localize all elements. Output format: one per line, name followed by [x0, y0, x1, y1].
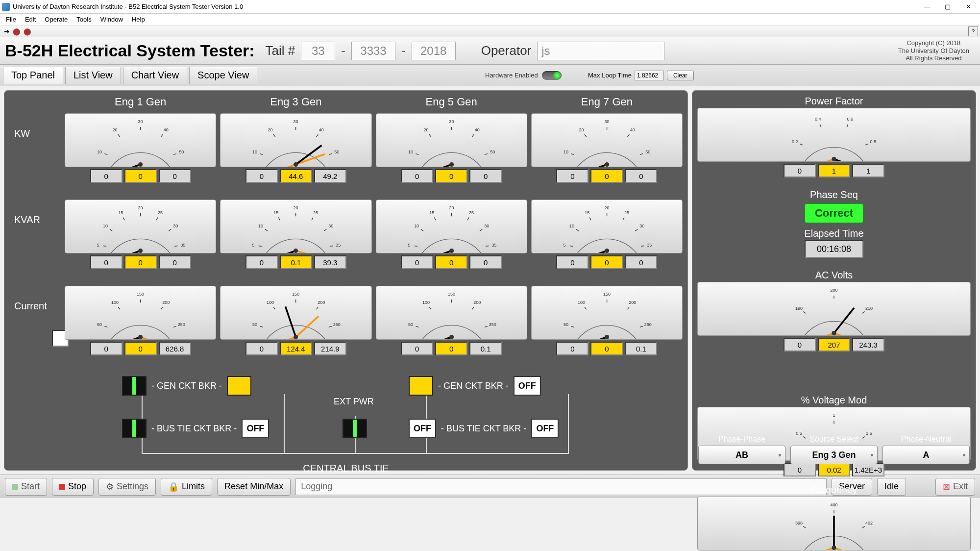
tail-input-1[interactable]: [301, 42, 335, 60]
svg-text:15: 15: [585, 210, 589, 215]
svg-line-282: [862, 526, 865, 528]
source-select[interactable]: Eng 3 Gen: [790, 446, 878, 464]
svg-text:35: 35: [647, 243, 652, 248]
svg-text:50: 50: [564, 322, 568, 327]
svg-text:20: 20: [579, 127, 584, 132]
svg-line-246: [834, 159, 864, 162]
svg-line-52: [421, 165, 451, 167]
svg-text:10: 10: [97, 150, 102, 154]
bus1-tie-bkr-indicator[interactable]: [122, 419, 147, 438]
gen5-ckt-bkr-indicator[interactable]: [409, 376, 433, 396]
menu-window[interactable]: Window: [97, 15, 127, 24]
svg-text:40: 40: [319, 127, 324, 132]
ext-pwr-indicator[interactable]: [343, 419, 367, 438]
menu-operate[interactable]: Operate: [41, 15, 72, 24]
voltage-mod-title: % Voltage Mod: [697, 395, 971, 406]
svg-text:30: 30: [173, 224, 178, 228]
svg-text:5: 5: [563, 243, 565, 248]
kw-gen1: 0102030405060 0 44.6 49.2: [220, 113, 371, 197]
svg-text:20: 20: [423, 127, 428, 132]
svg-text:100: 100: [422, 300, 429, 305]
ext-pwr-label: EXT PWR: [334, 397, 374, 407]
svg-text:25: 25: [468, 210, 473, 215]
svg-line-236: [820, 125, 821, 127]
menu-edit[interactable]: Edit: [21, 15, 40, 24]
kvar-gen2-cur: 0: [435, 255, 467, 269]
svg-text:0.6: 0.6: [847, 117, 853, 122]
settings-button[interactable]: ⚙Settings: [98, 478, 156, 496]
svg-text:50: 50: [490, 150, 495, 154]
svg-line-16: [110, 165, 141, 167]
svg-text:50: 50: [97, 322, 102, 327]
close-button[interactable]: ✕: [958, 1, 978, 12]
pause-icon[interactable]: ⬤: [24, 27, 31, 35]
bus-tie-label-right: - BUS TIE CKT BKR -: [441, 424, 526, 434]
help-icon[interactable]: ?: [968, 26, 978, 36]
svg-line-204: [472, 307, 474, 309]
kw-gen2-gauge: 0102030405060: [376, 113, 527, 167]
reset-button[interactable]: Reset Min/Max: [217, 478, 291, 496]
tail-label: Tail #: [266, 43, 295, 58]
bus7-tie-off[interactable]: OFF: [531, 419, 559, 438]
svg-point-213: [449, 335, 454, 339]
bus5-tie-off[interactable]: OFF: [409, 419, 436, 438]
menu-file[interactable]: File: [2, 15, 20, 24]
phase-neutral-label: Phase-Neutral: [882, 435, 970, 444]
svg-line-198: [416, 326, 418, 327]
svg-text:100: 100: [267, 300, 274, 305]
svg-line-148: [623, 218, 624, 221]
menu-help[interactable]: Help: [128, 15, 149, 24]
current-gen2-max: 0.1: [469, 342, 502, 355]
menubar: File Edit Operate Tools Window Help: [0, 14, 980, 25]
start-button[interactable]: Start: [5, 478, 47, 496]
svg-point-247: [832, 157, 836, 161]
menu-tools[interactable]: Tools: [73, 15, 95, 24]
run-arrow-icon[interactable]: ➔: [4, 27, 10, 35]
svg-text:10: 10: [408, 150, 413, 154]
svg-line-126: [467, 218, 469, 221]
tab-chart-view[interactable]: Chart View: [123, 67, 187, 84]
svg-text:0.4: 0.4: [815, 117, 821, 122]
svg-line-128: [480, 229, 482, 231]
phase-phase-select[interactable]: AB: [698, 446, 785, 464]
abort-icon[interactable]: ⬤: [13, 27, 21, 35]
maximize-button[interactable]: ▢: [938, 1, 957, 12]
hardware-enabled-toggle[interactable]: [542, 71, 562, 80]
svg-line-28: [329, 154, 332, 155]
svg-line-4: [118, 134, 120, 137]
tab-list-view[interactable]: List View: [65, 67, 121, 84]
gen7-ckt-bkr-off[interactable]: OFF: [514, 376, 541, 396]
current-gen1-gauge: 050100150200250300: [220, 286, 371, 340]
minimize-button[interactable]: —: [917, 1, 937, 12]
kvar-gen2-max: 0: [469, 255, 502, 269]
svg-point-195: [294, 335, 298, 339]
stop-button[interactable]: Stop: [52, 478, 94, 496]
phase-neutral-select[interactable]: A: [882, 446, 970, 464]
svg-line-175: [141, 337, 170, 340]
current-gen1-cur: 124.4: [280, 342, 312, 355]
svg-line-40: [429, 134, 431, 137]
kvar-gen1-cur: 0.1: [280, 255, 312, 269]
svg-text:20: 20: [449, 205, 454, 210]
power-factor-max: 1: [852, 164, 884, 177]
tail-input-3[interactable]: [412, 42, 456, 60]
tab-top-panel[interactable]: Top Panel: [3, 67, 63, 84]
kw-gen3-gauge: 0102030405060: [531, 113, 683, 167]
svg-point-177: [138, 335, 143, 339]
svg-line-130: [486, 246, 489, 247]
operator-input[interactable]: [537, 42, 664, 60]
svg-line-8: [161, 134, 163, 137]
frequency-title: Frequency: [697, 484, 971, 496]
bus3-tie-off[interactable]: OFF: [242, 419, 269, 438]
tab-scope-view[interactable]: Scope View: [189, 67, 257, 84]
clear-button[interactable]: Clear: [667, 71, 694, 80]
limits-button[interactable]: 🔒Limits: [161, 478, 212, 496]
power-factor-min: 0: [784, 164, 816, 177]
kw-gen0-gauge: 0102030405060: [65, 113, 216, 167]
gen3-ckt-bkr-indicator[interactable]: [227, 376, 251, 396]
max-loop-value: 1.82662: [635, 71, 664, 80]
toolbar: ➔ ⬤ ⬤ ?: [0, 25, 980, 37]
tail-input-2[interactable]: [351, 42, 395, 60]
gen1-ckt-bkr-indicator[interactable]: [122, 376, 147, 396]
svg-line-258: [805, 333, 834, 336]
